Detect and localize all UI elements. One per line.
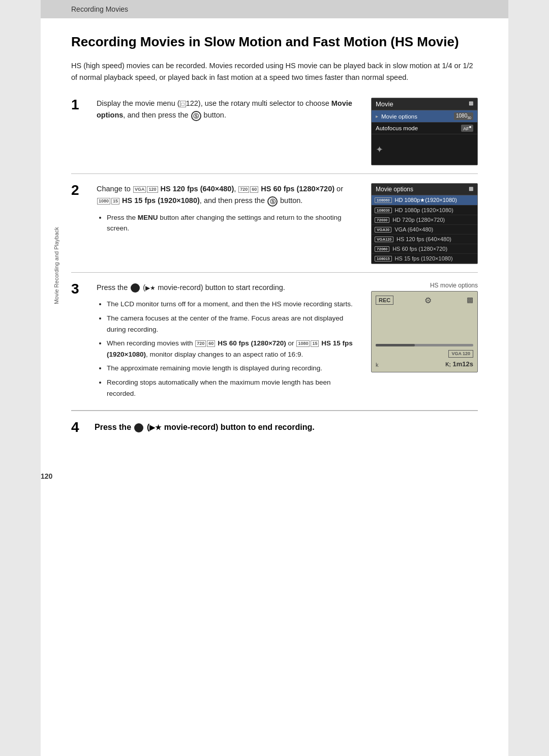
- sidebar-label: Movie Recording and Playback: [53, 227, 59, 304]
- option-720-60: 72060 HS 60 fps (1280×720): [372, 244, 477, 254]
- progress-bar: [376, 344, 473, 346]
- step-2-screen: Movie options ▩ 108060 HD 1080p★(1920×10…: [366, 183, 478, 264]
- step-4-number: 4: [71, 419, 79, 435]
- timer-display: K; 1m12s: [445, 360, 473, 368]
- step-4-section: 4 Press the (▶★ movie-record) button to …: [71, 411, 478, 434]
- step-2-bullet-1: Press the MENU button after changing the…: [107, 212, 356, 234]
- intro-text: HS (high speed) movies can be recorded. …: [71, 60, 478, 83]
- menu-row-movie-options: ▸ Movie options 108030: [372, 110, 477, 123]
- step-3-section: 3 Press the (▶★ movie-record) button to …: [71, 273, 478, 411]
- step-3-bullet-1: The LCD monitor turns off for a moment, …: [107, 299, 356, 310]
- step-3-text: Press the (▶★ movie-record) button to st…: [97, 282, 356, 294]
- k-indicator: k: [376, 362, 379, 368]
- record-button-icon: [131, 283, 140, 293]
- step-3-number: 3: [71, 281, 79, 297]
- option-vga-30: VGA30 VGA (640×480): [372, 225, 477, 235]
- header-bar: Recording Movies: [41, 0, 508, 18]
- step-1-text: Display the movie menu (□122), use the r…: [97, 98, 356, 121]
- step-3-bullet-2: The camera focuses at the center of the …: [107, 313, 356, 335]
- step-3-bullet-5: Recording stops automatically when the m…: [107, 377, 356, 399]
- options-screen-title: Movie options ▩: [372, 184, 477, 195]
- menu-screen-title: Movie ▩: [372, 98, 477, 110]
- hs-screen-label: HS movie options: [430, 282, 478, 289]
- step-3-bullet-3: When recording movies with 72060 HS 60 f…: [107, 338, 356, 360]
- step-3-content: Press the (▶★ movie-record) button to st…: [97, 282, 356, 402]
- header-label: Recording Movies: [71, 5, 128, 13]
- option-720-30: 72030 HD 720p (1280×720): [372, 215, 477, 225]
- step-2-text: Change to VGA120 HS 120 fps (640×480), 7…: [97, 183, 356, 207]
- page-number: 120: [41, 472, 52, 480]
- option-1080-30: 108030 HD 1080p (1920×1080): [372, 206, 477, 215]
- step-1-screen: Movie ▩ ▸ Movie options 108030 Autofocus…: [366, 98, 478, 165]
- fps-badge: VGA120: [448, 350, 473, 358]
- step-2-content: Change to VGA120 HS 120 fps (640×480), 7…: [97, 183, 356, 264]
- step-1-content: Display the movie menu (□122), use the r…: [97, 98, 356, 165]
- step-3-bullets: The LCD monitor turns off for a moment, …: [97, 299, 356, 399]
- step-3-screen-wrap: HS movie options REC ⚙ ▩: [366, 282, 478, 402]
- battery-icon: ▩: [467, 296, 473, 304]
- movie-options-screen: Movie options ▩ 108060 HD 1080p★(1920×10…: [371, 183, 478, 264]
- gear-icon: ⚙: [424, 296, 432, 305]
- hs-movie-screen: REC ⚙ ▩ VGA120: [371, 291, 478, 372]
- ok-button-icon: Ⓢ: [191, 111, 201, 121]
- menu-row-autofocus: Autofocus mode AF■: [372, 123, 477, 134]
- page-title: Recording Movies in Slow Motion and Fast…: [71, 34, 478, 51]
- step-3-bullet-4: The approximate remaining movie length i…: [107, 363, 356, 374]
- movie-menu-screen: Movie ▩ ▸ Movie options 108030 Autofocus…: [371, 98, 478, 165]
- record-button-icon-4: [134, 423, 143, 432]
- step-1-section: 1 Display the movie menu (□122), use the…: [71, 98, 478, 174]
- option-1080-60: 108060 HD 1080p★(1920×1080): [372, 195, 477, 206]
- step-2-bullets: Press the MENU button after changing the…: [97, 212, 356, 234]
- step-1-number: 1: [71, 97, 79, 112]
- option-vga-120: VGA120 HS 120 fps (640×480): [372, 235, 477, 244]
- ok-button-icon-2: Ⓢ: [267, 196, 278, 207]
- option-1080-15: 108015 HS 15 fps (1920×1080): [372, 254, 477, 264]
- rec-indicator: REC: [376, 296, 393, 305]
- step-2-number: 2: [71, 182, 79, 198]
- step-4-text: Press the (▶★ movie-record) button to en…: [95, 421, 315, 433]
- step-2-section: 2 Change to VGA120 HS 120 fps (640×480),…: [71, 174, 478, 273]
